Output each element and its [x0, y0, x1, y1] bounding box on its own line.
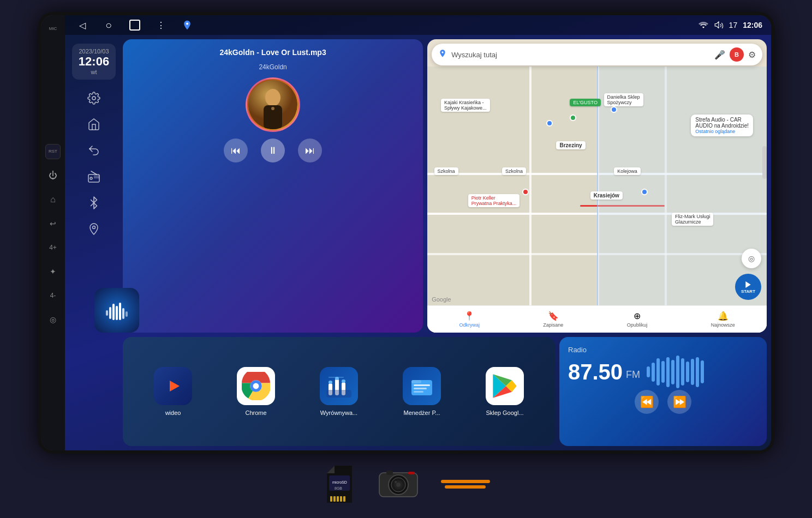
opublikuj-label: Opublikuj	[627, 322, 648, 328]
home-icon[interactable]	[82, 112, 106, 136]
physical-btn-location[interactable]: ◎	[45, 312, 61, 327]
svg-rect-42	[337, 496, 339, 502]
svg-rect-36	[126, 311, 128, 317]
nav-home-button[interactable]: ○	[100, 16, 117, 34]
app-files[interactable]: Menedżer P...	[403, 367, 441, 416]
svg-text:microSD: microSD	[332, 480, 347, 484]
svg-rect-31	[109, 307, 111, 319]
svg-rect-26	[411, 380, 421, 383]
prev-button[interactable]: ⏮	[224, 138, 248, 162]
map-label-brzeziny: Brzeziny	[556, 141, 585, 149]
radio-header: Radio	[568, 346, 758, 354]
chrome-app-label: Chrome	[245, 409, 266, 416]
map-scrollbar[interactable]	[762, 146, 767, 179]
physical-btn-bluetooth[interactable]: ✦	[45, 264, 61, 279]
map-nav-zapisane[interactable]: 🔖 Zapisane	[543, 311, 563, 328]
wifi-icon	[698, 21, 708, 30]
music-controls: ⏮ ⏸ ⏭	[132, 138, 414, 162]
svg-rect-18	[329, 381, 332, 384]
nav-recents-button[interactable]	[126, 16, 144, 34]
map-nav-odkrywaj[interactable]: 📍 Odkrywaj	[459, 311, 480, 328]
radio-next-button[interactable]: ⏩	[667, 390, 691, 414]
svg-point-10	[271, 107, 274, 110]
map-label-elgusto: EL'GUSTO	[570, 99, 601, 106]
clock-date: 2023/10/03	[76, 48, 111, 55]
radio-icon[interactable]	[82, 165, 106, 189]
nav-back-button[interactable]: ◁	[74, 16, 91, 34]
recently-viewed-label: Strefa Audio - CARAUDIO na Androidzie! O…	[691, 115, 753, 136]
equalizer-app-label: Wyrównywa...	[320, 409, 357, 416]
status-bar: ◁ ○ ⋮	[65, 15, 771, 35]
location-icon[interactable]	[82, 217, 106, 241]
volume-icon	[714, 21, 724, 30]
map-label-kolejowa: Kolejowa	[614, 167, 641, 175]
svg-rect-32	[112, 304, 115, 320]
map-mic-icon[interactable]: 🎤	[714, 50, 725, 60]
left-panel: 2023/10/03 12:06 wt	[69, 39, 118, 446]
map-pin-elgusto	[570, 115, 576, 121]
wave-bar-10	[691, 359, 694, 385]
svg-rect-33	[116, 306, 118, 320]
next-button[interactable]: ⏭	[298, 138, 322, 162]
wave-bar-7	[676, 356, 679, 388]
odkrywaj-label: Odkrywaj	[459, 322, 480, 328]
odkrywaj-icon: 📍	[464, 311, 475, 321]
physical-btn-voldn[interactable]: 4-	[45, 288, 61, 303]
bottom-row: wideo	[123, 337, 767, 446]
radio-prev-button[interactable]: ⏪	[635, 390, 659, 414]
nav-buttons: ◁ ○ ⋮	[74, 16, 196, 34]
chrome-app-icon	[237, 367, 275, 405]
svg-rect-35	[122, 308, 124, 319]
clock-day: wt	[76, 69, 111, 75]
nav-menu-button[interactable]: ⋮	[152, 16, 170, 34]
nav-maps-button[interactable]	[178, 16, 196, 34]
svg-rect-27	[414, 384, 430, 386]
physical-side-buttons: MIC RST ⏻ ⌂ ↩ 4+ ✦ 4- ◎	[41, 15, 65, 450]
svg-point-16	[253, 383, 259, 389]
app-playstore[interactable]: Sklep Googl...	[486, 367, 524, 416]
physical-btn-volup[interactable]: 4+	[45, 240, 61, 255]
map-nav-opublikuj[interactable]: ⊕ Opublikuj	[627, 311, 648, 328]
map-pin-kajaki	[546, 120, 553, 127]
physical-btn-back[interactable]: ↩	[45, 216, 61, 231]
svg-rect-29	[414, 391, 423, 393]
radio-main: 87.50 FM	[568, 358, 758, 386]
svg-point-50	[396, 483, 401, 487]
wave-bar-6	[671, 360, 674, 384]
map-nav-najnowsze[interactable]: 🔔 Najnowsze	[711, 311, 735, 328]
wave-bar-12	[701, 360, 704, 383]
map-pin-icon	[438, 48, 447, 61]
pause-button[interactable]: ⏸	[261, 138, 285, 162]
wave-bar-2	[652, 363, 655, 382]
map-content: Kajaki Krasieńka -Spływy Kajakowe... EL'…	[427, 67, 767, 333]
zapisane-icon: 🔖	[548, 311, 559, 321]
wave-bar-3	[656, 358, 660, 386]
playstore-app-label: Sklep Googl...	[486, 409, 523, 416]
radio-frequency: 87.50	[568, 361, 623, 383]
app-video[interactable]: wideo	[154, 367, 192, 416]
map-user-avatar[interactable]: B	[730, 47, 744, 62]
svg-point-6	[93, 226, 95, 229]
files-app-icon	[403, 367, 441, 405]
voice-widget[interactable]	[94, 288, 139, 333]
zapisane-label: Zapisane	[543, 322, 563, 328]
camera-accessory	[378, 468, 419, 500]
wave-bar-8	[681, 358, 684, 386]
settings-icon[interactable]	[82, 86, 106, 110]
app-equalizer[interactable]: Wyrównywa...	[320, 367, 358, 416]
physical-btn-1[interactable]: RST	[45, 144, 61, 159]
radio-waveform	[647, 358, 758, 386]
map-pin-piotr	[522, 189, 529, 195]
map-search-bar[interactable]: Wyszukaj tutaj 🎤 B ⚙	[432, 44, 762, 65]
app-chrome[interactable]: Chrome	[237, 367, 275, 416]
map-location-button[interactable]: ◎	[742, 249, 761, 268]
map-start-button[interactable]: START	[735, 274, 761, 300]
back-arrow-icon[interactable]	[82, 138, 106, 162]
physical-btn-home[interactable]: ⌂	[45, 192, 61, 207]
map-label-szkolna-left: Szkolna	[434, 167, 458, 175]
map-label-danielka: Danielka SklepSpożywczy	[604, 93, 643, 106]
bluetooth-icon[interactable]	[82, 191, 106, 215]
physical-btn-power[interactable]: ⏻	[45, 168, 61, 183]
map-settings-icon[interactable]: ⚙	[748, 50, 756, 60]
app-launcher: wideo	[123, 337, 555, 446]
